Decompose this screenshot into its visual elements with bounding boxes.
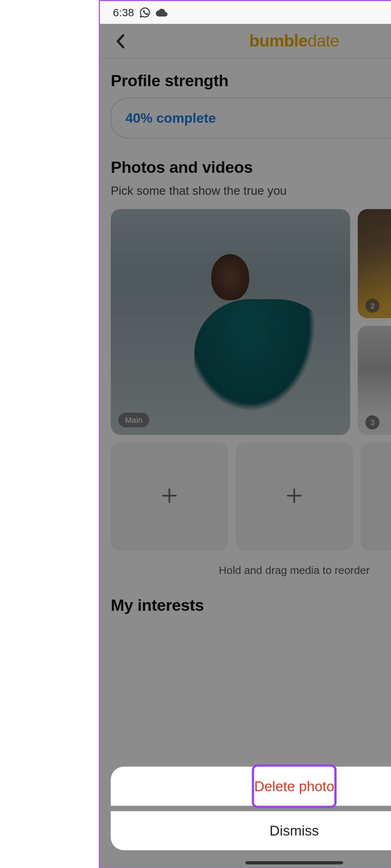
action-sheet: Delete photo Dismiss bbox=[111, 767, 391, 856]
dismiss-button[interactable]: Dismiss bbox=[111, 811, 391, 850]
action-sheet-top: Delete photo bbox=[111, 767, 391, 806]
status-bar: 6:38 Vo))1LTE2 bbox=[100, 1, 391, 24]
status-time: 6:38 bbox=[113, 6, 134, 19]
cloud-icon bbox=[156, 8, 168, 17]
delete-photo-button[interactable]: Delete photo bbox=[252, 764, 337, 808]
whatsapp-icon bbox=[140, 7, 150, 18]
gesture-bar[interactable] bbox=[245, 861, 343, 864]
modal-dim-overlay[interactable] bbox=[100, 24, 391, 868]
